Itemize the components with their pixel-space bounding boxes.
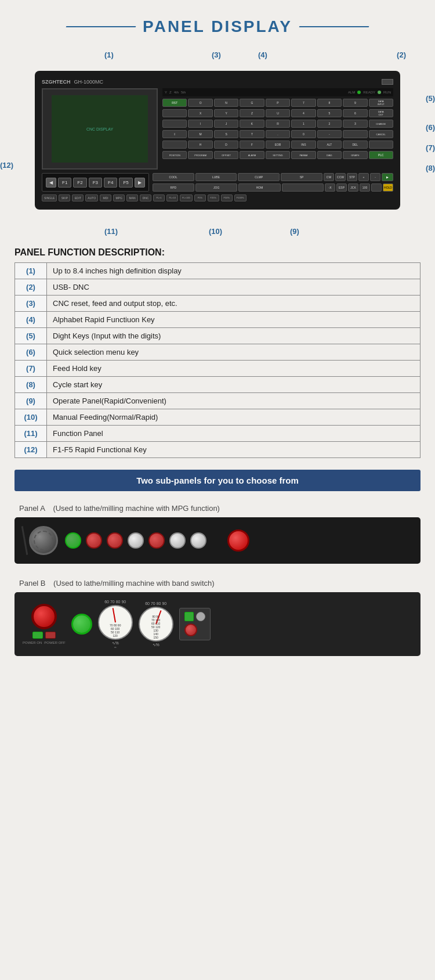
key-sp4[interactable] xyxy=(162,140,187,149)
key-f4[interactable]: F4 xyxy=(104,178,117,188)
key-diagnose[interactable]: DIAG xyxy=(317,151,342,159)
key-minus[interactable]: - xyxy=(317,130,342,138)
key-6[interactable]: 6 xyxy=(343,109,367,117)
key-4[interactable]: 4 xyxy=(291,109,316,117)
key-reset[interactable]: RST xyxy=(162,99,187,107)
key-pct-plus[interactable]: + xyxy=(358,173,369,181)
key-0[interactable]: 0 xyxy=(291,130,316,138)
key-jog[interactable]: JOG xyxy=(195,183,237,192)
key-1[interactable]: 1 xyxy=(291,120,316,128)
key-100pct[interactable]: 100 xyxy=(360,183,370,192)
key-sp2[interactable] xyxy=(162,120,187,128)
key-plc[interactable]: PLC xyxy=(369,151,393,159)
key-fl1[interactable]: FL×1 xyxy=(153,194,165,201)
key-sp2c[interactable] xyxy=(371,183,382,192)
key-stop[interactable]: STP xyxy=(347,173,357,181)
key-u[interactable]: U xyxy=(266,109,290,117)
key-2[interactable]: 2 xyxy=(317,120,342,128)
panel-a-red-btn-2[interactable] xyxy=(107,532,123,549)
key-position[interactable]: POSITION xyxy=(162,151,187,159)
panel-a-green-btn-1[interactable] xyxy=(65,532,81,549)
key-graph[interactable]: GRAPH xyxy=(343,151,367,159)
f-arrow-left[interactable]: ◀ xyxy=(46,178,56,188)
panel-a-white-btn-1[interactable] xyxy=(128,532,144,549)
key-delete[interactable]: DEL xyxy=(343,140,367,149)
key-t[interactable]: T xyxy=(240,130,264,138)
key-r[interactable]: R xyxy=(266,120,290,128)
key-data-output[interactable]: DATAOUT xyxy=(369,109,393,117)
key-manual[interactable]: MAN xyxy=(126,194,138,201)
key-pct-minus[interactable]: - xyxy=(370,173,380,181)
key-cooling[interactable]: COOL xyxy=(153,173,194,181)
key-o[interactable]: O xyxy=(188,99,212,107)
key-data-input[interactable]: DATAINPUT xyxy=(369,99,393,107)
key-h[interactable]: H xyxy=(188,140,212,149)
key-eob[interactable]: EOB xyxy=(266,140,290,149)
key-home[interactable]: HOM xyxy=(238,183,280,192)
key-sp5[interactable] xyxy=(369,140,393,149)
key-e-stop[interactable]: ESP xyxy=(336,183,347,192)
key-insert[interactable]: INS xyxy=(291,140,316,149)
f-arrow-right[interactable]: ▶ xyxy=(135,178,145,188)
key-x[interactable]: X xyxy=(188,109,212,117)
key-j[interactable]: J xyxy=(214,120,238,128)
key-9[interactable]: 9 xyxy=(343,99,367,107)
key-ccw[interactable]: CCW xyxy=(335,173,346,181)
key-f50pct[interactable]: F50% xyxy=(221,194,233,201)
key-dir-neg[interactable]: -X xyxy=(325,183,335,192)
key-dot[interactable]: . xyxy=(266,130,290,138)
panel-b-green-btn[interactable] xyxy=(71,614,92,635)
panel-a-white-btn-3[interactable] xyxy=(190,532,206,549)
key-skip[interactable]: SKIP xyxy=(59,194,70,201)
key-cw[interactable]: CW xyxy=(324,173,334,181)
panel-b-estop[interactable] xyxy=(31,604,57,629)
key-m[interactable]: M xyxy=(188,130,212,138)
key-jack[interactable]: JCK xyxy=(348,183,358,192)
panel-a-red-btn-1[interactable] xyxy=(86,532,102,549)
key-i[interactable]: I xyxy=(188,120,212,128)
key-f5pct[interactable]: F5% xyxy=(194,194,206,201)
key-3[interactable]: 3 xyxy=(343,120,367,128)
key-f1[interactable]: F1 xyxy=(58,178,71,188)
key-f100pct[interactable]: F100% xyxy=(234,194,246,201)
key-alter[interactable]: ALT xyxy=(317,140,342,149)
key-g[interactable]: G xyxy=(240,99,264,107)
key-y[interactable]: Y xyxy=(214,109,238,117)
key-7[interactable]: 7 xyxy=(291,99,316,107)
key-f[interactable]: F xyxy=(240,140,264,149)
panel-a-white-btn-2[interactable] xyxy=(169,532,186,549)
key-lube[interactable]: LUBE xyxy=(195,173,237,181)
panel-a-estop-btn[interactable] xyxy=(227,529,249,552)
key-parameter[interactable]: PARAM xyxy=(291,151,316,159)
key-5[interactable]: 5 xyxy=(317,109,342,117)
key-clamp[interactable]: CLMP xyxy=(238,173,280,181)
panel-a-red-btn-3[interactable] xyxy=(148,532,165,549)
key-f3[interactable]: F3 xyxy=(89,178,102,188)
key-setting[interactable]: SETTING xyxy=(266,151,290,159)
key-offset[interactable]: OFFSET xyxy=(214,151,238,159)
key-alarm[interactable]: ALARM xyxy=(240,151,264,159)
key-8[interactable]: 8 xyxy=(317,99,342,107)
panel-b-red-btn[interactable] xyxy=(184,624,197,636)
key-k[interactable]: K xyxy=(240,120,264,128)
key-p[interactable]: P xyxy=(266,99,290,107)
key-program[interactable]: PROGRAM xyxy=(188,151,212,159)
knob-small[interactable] xyxy=(196,612,205,621)
key-auto[interactable]: AUTO xyxy=(85,194,98,201)
key-mpg-m[interactable]: MPG xyxy=(113,194,125,201)
key-f5[interactable]: F5 xyxy=(119,178,132,188)
key-sp3[interactable] xyxy=(343,130,367,138)
key-fl3[interactable]: FL×100 xyxy=(180,194,193,201)
key-feed-hold[interactable]: HOLD xyxy=(383,183,393,192)
key-rapid[interactable]: RPD xyxy=(153,183,194,192)
key-mdi[interactable]: MDI xyxy=(100,194,111,201)
key-dnc[interactable]: DNC xyxy=(140,194,151,201)
key-f25pct[interactable]: F25% xyxy=(208,194,219,201)
key-z[interactable]: Z xyxy=(240,109,264,117)
key-f2[interactable]: F2 xyxy=(73,178,86,188)
key-sp1[interactable] xyxy=(162,109,187,117)
key-single[interactable]: SINGLE xyxy=(42,194,57,201)
key-edit[interactable]: EDIT xyxy=(72,194,84,201)
key-s[interactable]: S xyxy=(214,130,238,138)
key-sp-feed[interactable]: SP xyxy=(281,173,322,181)
